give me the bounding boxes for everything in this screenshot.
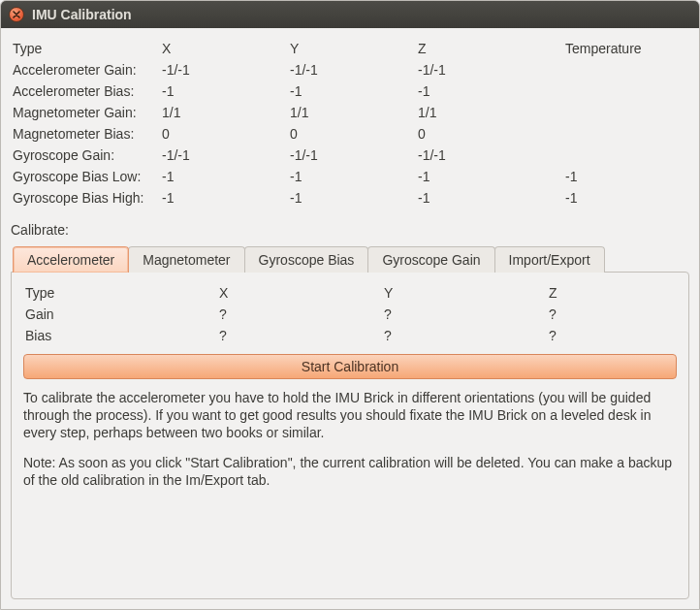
window-title: IMU Calibration [32, 7, 132, 22]
inner-gain-z: ? [547, 304, 677, 325]
row-gyro-lo-y: -1 [288, 166, 416, 187]
row-mag-gain-y: 1/1 [288, 102, 416, 123]
row-acc-gain-z: -1/-1 [416, 59, 563, 80]
accel-inner-table: Type X Y Z Gain ? ? ? Bias ? ? ? [23, 282, 677, 346]
col-temp: Temperature [563, 38, 689, 59]
row-acc-gain-label: Accelerometer Gain: [11, 59, 160, 80]
row-acc-gain-t [563, 59, 689, 80]
row-gyro-gain-t [563, 144, 689, 166]
row-acc-bias-t [563, 80, 689, 102]
col-type: Type [11, 38, 160, 59]
row-acc-bias-label: Accelerometer Bias: [11, 80, 160, 102]
close-button[interactable] [9, 7, 24, 22]
row-mag-bias-t [563, 123, 689, 144]
row-gyro-lo-z: -1 [416, 166, 563, 187]
inner-col-type: Type [23, 282, 217, 304]
col-z: Z [416, 38, 563, 59]
window: IMU Calibration Type X Y Z Temperature A… [0, 0, 700, 610]
col-x: X [160, 38, 288, 59]
row-acc-bias-x: -1 [160, 80, 288, 102]
row-gyro-lo-x: -1 [160, 166, 288, 187]
row-gyro-hi-t: -1 [563, 187, 689, 209]
inner-bias-y: ? [382, 325, 547, 346]
inner-gain-y: ? [382, 304, 547, 325]
description-text: To calibrate the accelerometer you have … [23, 389, 677, 500]
description-p2: Note: As soon as you click "Start Calibr… [23, 454, 677, 489]
row-gyro-gain-label: Gyroscope Gain: [11, 144, 160, 166]
row-gyro-hi-z: -1 [416, 187, 563, 209]
col-y: Y [288, 38, 416, 59]
content-area: Type X Y Z Temperature Accelerometer Gai… [1, 28, 699, 609]
row-gyro-hi-x: -1 [160, 187, 288, 209]
row-mag-gain-label: Magnetometer Gain: [11, 102, 160, 123]
tab-panel-accelerometer: Type X Y Z Gain ? ? ? Bias ? ? ? Start C… [11, 272, 689, 599]
row-mag-bias-label: Magnetometer Bias: [11, 123, 160, 144]
row-mag-gain-z: 1/1 [416, 102, 563, 123]
row-mag-bias-z: 0 [416, 123, 563, 144]
row-mag-bias-y: 0 [288, 123, 416, 144]
row-gyro-hi-y: -1 [288, 187, 416, 209]
row-gyro-hi-label: Gyroscope Bias High: [11, 187, 160, 209]
tab-bar: Accelerometer Magnetometer Gyroscope Bia… [11, 245, 689, 272]
close-icon [13, 11, 20, 18]
row-gyro-lo-label: Gyroscope Bias Low: [11, 166, 160, 187]
inner-bias-label: Bias [23, 325, 217, 346]
inner-gain-label: Gain [23, 304, 217, 325]
description-p1: To calibrate the accelerometer you have … [23, 389, 677, 442]
tab-import-export[interactable]: Import/Export [494, 246, 605, 273]
inner-bias-x: ? [217, 325, 382, 346]
row-gyro-lo-t: -1 [563, 166, 689, 187]
row-gyro-gain-x: -1/-1 [160, 144, 288, 166]
tab-accelerometer[interactable]: Accelerometer [13, 246, 129, 273]
calibration-summary-table: Type X Y Z Temperature Accelerometer Gai… [11, 38, 689, 209]
inner-col-z: Z [547, 282, 677, 304]
row-acc-gain-x: -1/-1 [160, 59, 288, 80]
tab-magnetometer[interactable]: Magnetometer [128, 246, 244, 273]
row-mag-gain-t [563, 102, 689, 123]
row-gyro-gain-y: -1/-1 [288, 144, 416, 166]
inner-col-x: X [217, 282, 382, 304]
row-acc-bias-y: -1 [288, 80, 416, 102]
inner-gain-x: ? [217, 304, 382, 325]
start-calibration-button[interactable]: Start Calibration [23, 354, 677, 379]
row-mag-gain-x: 1/1 [160, 102, 288, 123]
inner-bias-z: ? [547, 325, 677, 346]
row-acc-bias-z: -1 [416, 80, 563, 102]
row-mag-bias-x: 0 [160, 123, 288, 144]
calibrate-label: Calibrate: [11, 222, 689, 238]
titlebar: IMU Calibration [1, 1, 699, 28]
row-acc-gain-y: -1/-1 [288, 59, 416, 80]
inner-col-y: Y [382, 282, 547, 304]
tab-gyroscope-bias[interactable]: Gyroscope Bias [244, 246, 369, 273]
tab-gyroscope-gain[interactable]: Gyroscope Gain [367, 246, 494, 273]
row-gyro-gain-z: -1/-1 [416, 144, 563, 166]
